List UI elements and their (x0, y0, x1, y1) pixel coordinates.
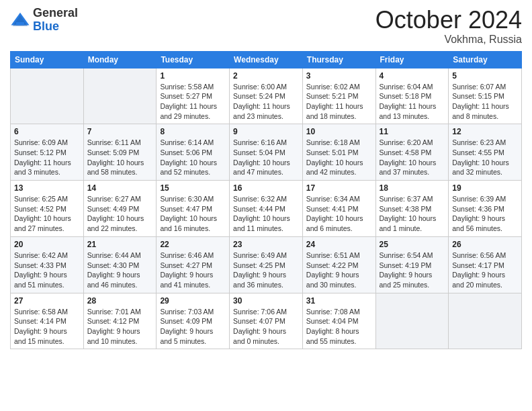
day-cell: 23Sunrise: 6:49 AMSunset: 4:25 PMDayligh… (230, 236, 303, 293)
day-number: 31 (306, 296, 372, 306)
day-number: 5 (452, 71, 518, 81)
day-info: Sunrise: 7:03 AMSunset: 4:09 PMDaylight:… (160, 307, 226, 347)
day-cell: 25Sunrise: 6:54 AMSunset: 4:19 PMDayligh… (375, 236, 449, 293)
col-tuesday: Tuesday (157, 51, 230, 68)
col-friday: Friday (375, 51, 449, 68)
day-cell (375, 293, 449, 349)
header-row: Sunday Monday Tuesday Wednesday Thursday… (11, 51, 522, 68)
week-row-4: 20Sunrise: 6:42 AMSunset: 4:33 PMDayligh… (11, 236, 522, 293)
day-info: Sunrise: 6:54 AMSunset: 4:19 PMDaylight:… (380, 250, 445, 290)
day-number: 6 (14, 127, 80, 136)
day-info: Sunrise: 6:49 AMSunset: 4:25 PMDaylight:… (233, 250, 299, 290)
day-cell: 8Sunrise: 6:14 AMSunset: 5:06 PMDaylight… (157, 124, 230, 181)
day-number: 17 (306, 183, 372, 193)
title-block: October 2024 Vokhma, Russia (375, 7, 522, 46)
day-cell: 9Sunrise: 6:16 AMSunset: 5:04 PMDaylight… (230, 124, 303, 181)
day-number: 3 (306, 71, 372, 81)
day-info: Sunrise: 6:46 AMSunset: 4:27 PMDaylight:… (160, 250, 226, 290)
day-number: 30 (233, 296, 299, 306)
logo-general: General (33, 7, 78, 20)
day-cell: 6Sunrise: 6:09 AMSunset: 5:12 PMDaylight… (11, 124, 84, 181)
day-number: 1 (160, 71, 226, 81)
day-cell: 12Sunrise: 6:23 AMSunset: 4:55 PMDayligh… (449, 124, 522, 181)
day-cell: 17Sunrise: 6:34 AMSunset: 4:41 PMDayligh… (302, 181, 375, 237)
day-info: Sunrise: 6:58 AMSunset: 4:14 PMDaylight:… (14, 307, 80, 347)
day-cell (11, 68, 84, 124)
day-info: Sunrise: 6:56 AMSunset: 4:17 PMDaylight:… (452, 250, 518, 290)
day-cell: 21Sunrise: 6:44 AMSunset: 4:30 PMDayligh… (83, 236, 157, 293)
day-number: 28 (87, 296, 153, 306)
day-cell: 5Sunrise: 6:07 AMSunset: 5:15 PMDaylight… (449, 68, 522, 124)
day-number: 11 (380, 127, 445, 136)
col-thursday: Thursday (302, 51, 375, 68)
day-cell (83, 68, 157, 124)
page: General Blue October 2024 Vokhma, Russia… (0, 0, 532, 359)
day-number: 16 (233, 183, 299, 193)
col-wednesday: Wednesday (230, 51, 303, 68)
day-info: Sunrise: 6:44 AMSunset: 4:30 PMDaylight:… (87, 250, 153, 290)
calendar: Sunday Monday Tuesday Wednesday Thursday… (10, 51, 522, 350)
day-info: Sunrise: 6:02 AMSunset: 5:21 PMDaylight:… (306, 82, 372, 122)
day-cell: 26Sunrise: 6:56 AMSunset: 4:17 PMDayligh… (449, 236, 522, 293)
day-cell: 4Sunrise: 6:04 AMSunset: 5:18 PMDaylight… (375, 68, 449, 124)
day-cell (449, 293, 522, 349)
day-info: Sunrise: 7:06 AMSunset: 4:07 PMDaylight:… (233, 307, 299, 347)
day-number: 13 (14, 183, 80, 193)
week-row-1: 1Sunrise: 5:58 AMSunset: 5:27 PMDaylight… (11, 68, 522, 124)
day-number: 10 (306, 127, 372, 136)
day-cell: 3Sunrise: 6:02 AMSunset: 5:21 PMDaylight… (302, 68, 375, 124)
day-info: Sunrise: 6:39 AMSunset: 4:36 PMDaylight:… (452, 194, 518, 234)
day-info: Sunrise: 6:27 AMSunset: 4:49 PMDaylight:… (87, 194, 153, 234)
col-saturday: Saturday (449, 51, 522, 68)
day-cell: 13Sunrise: 6:25 AMSunset: 4:52 PMDayligh… (11, 181, 84, 237)
day-info: Sunrise: 6:00 AMSunset: 5:24 PMDaylight:… (233, 82, 299, 122)
day-info: Sunrise: 6:18 AMSunset: 5:01 PMDaylight:… (306, 138, 372, 177)
day-cell: 30Sunrise: 7:06 AMSunset: 4:07 PMDayligh… (230, 293, 303, 349)
day-number: 27 (14, 296, 80, 306)
day-cell: 18Sunrise: 6:37 AMSunset: 4:38 PMDayligh… (375, 181, 449, 237)
day-cell: 22Sunrise: 6:46 AMSunset: 4:27 PMDayligh… (157, 236, 230, 293)
day-cell: 20Sunrise: 6:42 AMSunset: 4:33 PMDayligh… (11, 236, 84, 293)
day-number: 9 (233, 127, 299, 136)
day-cell: 31Sunrise: 7:08 AMSunset: 4:04 PMDayligh… (302, 293, 375, 349)
day-number: 26 (452, 240, 518, 249)
day-number: 24 (306, 240, 372, 249)
day-number: 15 (160, 183, 226, 193)
day-number: 25 (380, 240, 445, 249)
day-number: 23 (233, 240, 299, 249)
day-number: 29 (160, 296, 226, 306)
day-number: 19 (452, 183, 518, 193)
day-info: Sunrise: 6:23 AMSunset: 4:55 PMDaylight:… (452, 138, 518, 177)
day-cell: 19Sunrise: 6:39 AMSunset: 4:36 PMDayligh… (449, 181, 522, 237)
svg-rect-2 (16, 22, 24, 26)
day-number: 4 (380, 71, 445, 81)
day-info: Sunrise: 6:07 AMSunset: 5:15 PMDaylight:… (452, 82, 518, 122)
day-info: Sunrise: 6:04 AMSunset: 5:18 PMDaylight:… (380, 82, 445, 122)
location: Vokhma, Russia (375, 34, 522, 46)
day-info: Sunrise: 6:30 AMSunset: 4:47 PMDaylight:… (160, 194, 226, 234)
day-info: Sunrise: 6:25 AMSunset: 4:52 PMDaylight:… (14, 194, 80, 234)
day-cell: 1Sunrise: 5:58 AMSunset: 5:27 PMDaylight… (157, 68, 230, 124)
month-title: October 2024 (375, 7, 522, 34)
logo-blue: Blue (33, 20, 78, 34)
day-info: Sunrise: 7:08 AMSunset: 4:04 PMDaylight:… (306, 307, 372, 347)
day-number: 8 (160, 127, 226, 136)
day-number: 2 (233, 71, 299, 81)
day-info: Sunrise: 6:14 AMSunset: 5:06 PMDaylight:… (160, 138, 226, 177)
day-info: Sunrise: 5:58 AMSunset: 5:27 PMDaylight:… (160, 82, 226, 122)
day-number: 12 (452, 127, 518, 136)
day-cell: 28Sunrise: 7:01 AMSunset: 4:12 PMDayligh… (83, 293, 157, 349)
day-cell: 24Sunrise: 6:51 AMSunset: 4:22 PMDayligh… (302, 236, 375, 293)
week-row-5: 27Sunrise: 6:58 AMSunset: 4:14 PMDayligh… (11, 293, 522, 349)
day-info: Sunrise: 6:51 AMSunset: 4:22 PMDaylight:… (306, 250, 372, 290)
logo-icon (10, 10, 30, 30)
day-cell: 15Sunrise: 6:30 AMSunset: 4:47 PMDayligh… (157, 181, 230, 237)
week-row-2: 6Sunrise: 6:09 AMSunset: 5:12 PMDaylight… (11, 124, 522, 181)
day-cell: 2Sunrise: 6:00 AMSunset: 5:24 PMDaylight… (230, 68, 303, 124)
day-info: Sunrise: 6:37 AMSunset: 4:38 PMDaylight:… (380, 194, 445, 234)
logo: General Blue (10, 7, 78, 34)
day-info: Sunrise: 6:16 AMSunset: 5:04 PMDaylight:… (233, 138, 299, 177)
header: General Blue October 2024 Vokhma, Russia (10, 7, 522, 46)
day-info: Sunrise: 6:32 AMSunset: 4:44 PMDaylight:… (233, 194, 299, 234)
day-cell: 27Sunrise: 6:58 AMSunset: 4:14 PMDayligh… (11, 293, 84, 349)
